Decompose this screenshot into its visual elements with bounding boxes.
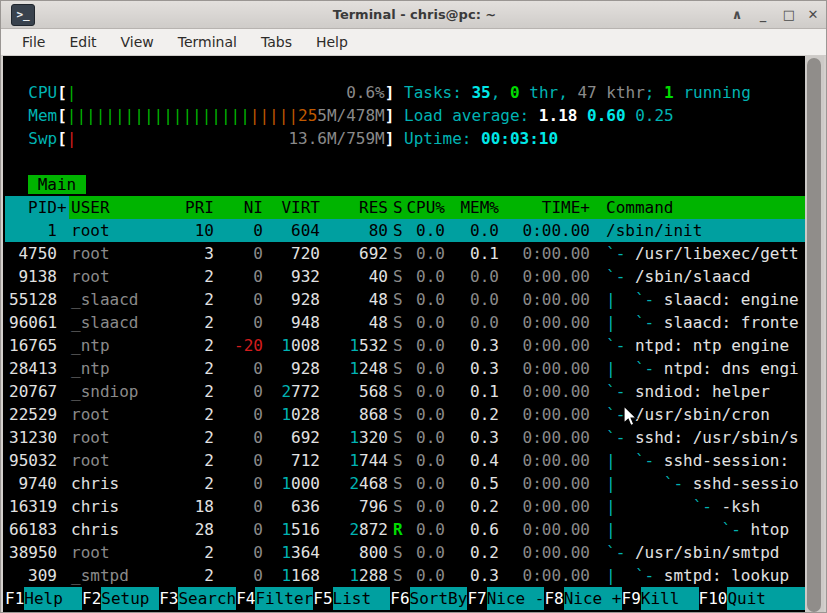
sort-order-icon: +	[57, 196, 69, 219]
swap-meter: Swp[| 13.6M/759M]	[9, 127, 394, 150]
fkey-F10[interactable]: F10	[699, 587, 728, 610]
column-header-command[interactable]: Command	[606, 196, 673, 219]
process-row-96061[interactable]: 96061 _slaacd 2 0 948 48 S 0.0 0.0 0:00.…	[5, 311, 805, 334]
process-row-55128[interactable]: 55128 _slaacd 2 0 928 48 S 0.0 0.0 0:00.…	[5, 288, 805, 311]
terminal-body: CPU[| 0.6%] Tasks: 35, 0 thr, 47 kthr; 1…	[1, 56, 827, 613]
fkey-F8[interactable]: F8	[544, 587, 563, 610]
process-row-31230[interactable]: 31230 root 2 0 692 1320 S 0.0 0.3 0:00.0…	[5, 426, 805, 449]
column-header-pid[interactable]: PID	[9, 196, 57, 219]
fkey-label-F4[interactable]: Filter	[255, 587, 313, 610]
process-row-309[interactable]: 309 _smtpd 2 0 1168 1288 S 0.0 0.3 0:00.…	[5, 564, 805, 587]
menu-file[interactable]: File	[10, 29, 57, 56]
fkey-F3[interactable]: F3	[159, 587, 178, 610]
column-header-cpu[interactable]: CPU%	[402, 196, 445, 219]
menubar: File Edit View Terminal Tabs Help	[1, 29, 827, 56]
cpu-meter: CPU[| 0.6%]	[9, 81, 394, 104]
uptime-line: Uptime: 00:03:10	[404, 127, 558, 150]
fkey-F1[interactable]: F1	[5, 587, 24, 610]
fkey-label-F1[interactable]: Help	[24, 587, 82, 610]
menu-terminal[interactable]: Terminal	[166, 29, 249, 56]
process-row-20767[interactable]: 20767 _sndiop 2 0 2772 568 S 0.0 0.1 0:0…	[5, 380, 805, 403]
fkey-label-F9[interactable]: Kill	[641, 587, 699, 610]
fkey-label-F7[interactable]: Nice -	[487, 587, 545, 610]
process-row-22529[interactable]: 22529 root 2 0 1028 868 S 0.0 0.2 0:00.0…	[5, 403, 805, 426]
column-header-user[interactable]: USER	[71, 196, 163, 219]
process-row-1[interactable]: 1 root 10 0 604 80 S 0.0 0.0 0:00.00 /sb…	[5, 219, 805, 242]
scrollbar-thumb[interactable]	[807, 58, 821, 612]
column-header-virt[interactable]: VIRT	[268, 196, 320, 219]
process-row-16319[interactable]: 16319 chris 18 0 636 796 S 0.0 0.2 0:00.…	[5, 495, 805, 518]
window-title: Terminal - chris@pc: ~	[1, 1, 827, 29]
close-button[interactable]: ✕	[801, 1, 825, 29]
mouse-cursor	[623, 405, 639, 429]
maximize-button[interactable]: □	[777, 1, 801, 29]
fkey-bar-fill	[785, 587, 805, 610]
menu-tabs[interactable]: Tabs	[249, 29, 304, 56]
process-row-95032[interactable]: 95032 root 2 0 712 1744 S 0.0 0.4 0:00.0…	[5, 449, 805, 472]
mem-meter: Mem[||||||||||||||||||||||||255M/478M]	[9, 104, 394, 127]
fkey-F4[interactable]: F4	[236, 587, 255, 610]
fkey-label-F10[interactable]: Quit	[727, 587, 785, 610]
process-row-16765[interactable]: 16765 _ntp 2 -20 1008 1532 S 0.0 0.3 0:0…	[5, 334, 805, 357]
process-row-38950[interactable]: 38950 root 2 0 1364 800 S 0.0 0.2 0:00.0…	[5, 541, 805, 564]
process-row-9138[interactable]: 9138 root 2 0 932 40 S 0.0 0.0 0:00.00 `…	[5, 265, 805, 288]
minimize-button[interactable]: _	[751, 1, 775, 29]
load-average-line: Load average: 1.18 0.60 0.25	[404, 104, 674, 127]
titlebar[interactable]: >_ Terminal - chris@pc: ~ ∧ _ □ ✕	[1, 1, 827, 29]
terminal-screen: CPU[| 0.6%] Tasks: 35, 0 thr, 47 kthr; 1…	[3, 56, 805, 613]
column-header-mem[interactable]: MEM%	[451, 196, 499, 219]
fkey-label-F3[interactable]: Search	[178, 587, 236, 610]
fkey-label-F8[interactable]: Nice +	[564, 587, 622, 610]
fkey-F5[interactable]: F5	[313, 587, 332, 610]
column-header-time[interactable]: TIME+	[509, 196, 590, 219]
column-header-res[interactable]: RES	[326, 196, 388, 219]
menu-view[interactable]: View	[109, 29, 166, 56]
fkey-F2[interactable]: F2	[82, 587, 101, 610]
process-row-9740[interactable]: 9740 chris 2 0 1000 2468 S 0.0 0.5 0:00.…	[5, 472, 805, 495]
menu-edit[interactable]: Edit	[57, 29, 108, 56]
fkey-F7[interactable]: F7	[467, 587, 486, 610]
process-row-4750[interactable]: 4750 root 3 0 720 692 S 0.0 0.1 0:00.00 …	[5, 242, 805, 265]
shade-button[interactable]: ∧	[725, 1, 749, 29]
tasks-line: Tasks: 35, 0 thr, 47 kthr; 1 running	[404, 81, 751, 104]
table-header-row: PID + USER PRI NI VIRT RES S CPU% MEM% T…	[5, 196, 805, 219]
process-row-66183[interactable]: 66183 chris 28 0 1516 2872 R 0.0 0.6 0:0…	[5, 518, 805, 541]
fkey-F6[interactable]: F6	[390, 587, 409, 610]
fkey-label-F6[interactable]: SortBy	[410, 587, 468, 610]
fkey-label-F2[interactable]: Setup	[101, 587, 159, 610]
column-header-pri[interactable]: PRI	[161, 196, 214, 219]
fkey-label-F5[interactable]: List	[333, 587, 391, 610]
process-row-28413[interactable]: 28413 _ntp 2 0 928 1248 S 0.0 0.3 0:00.0…	[5, 357, 805, 380]
menu-help[interactable]: Help	[304, 29, 360, 56]
fkey-F9[interactable]: F9	[622, 587, 641, 610]
function-key-bar: F1Help F2Setup F3SearchF4FilterF5List F6…	[5, 587, 805, 610]
scrollbar[interactable]	[805, 56, 824, 613]
terminal-window: >_ Terminal - chris@pc: ~ ∧ _ □ ✕ File E…	[0, 0, 827, 613]
tab-bar: Main	[9, 173, 86, 196]
column-header-ni[interactable]: NI	[220, 196, 263, 219]
tab-main[interactable]: Main	[28, 175, 86, 194]
